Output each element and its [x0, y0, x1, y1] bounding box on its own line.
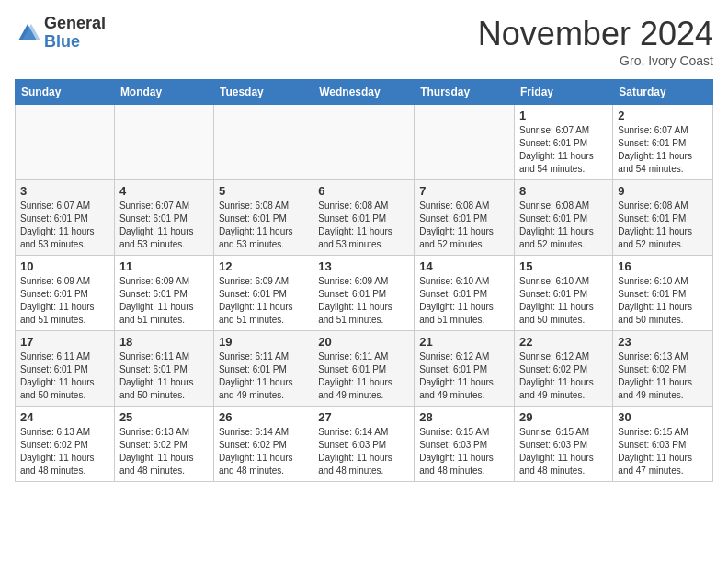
day-info: Sunrise: 6:14 AM Sunset: 6:03 PM Dayligh… [318, 426, 409, 477]
day-info: Sunrise: 6:13 AM Sunset: 6:02 PM Dayligh… [618, 350, 708, 402]
day-info: Sunrise: 6:15 AM Sunset: 6:03 PM Dayligh… [519, 426, 608, 477]
calendar-day-cell: 18Sunrise: 6:11 AM Sunset: 6:01 PM Dayli… [114, 331, 213, 407]
calendar-day-cell: 17Sunrise: 6:11 AM Sunset: 6:01 PM Dayli… [16, 331, 115, 407]
day-info: Sunrise: 6:13 AM Sunset: 6:02 PM Dayligh… [20, 426, 109, 477]
logo-blue: Blue [44, 33, 106, 52]
weekday-header-row: SundayMondayTuesdayWednesdayThursdayFrid… [16, 80, 713, 105]
day-number: 23 [618, 335, 708, 349]
calendar-day-cell: 27Sunrise: 6:14 AM Sunset: 6:03 PM Dayli… [313, 407, 415, 482]
day-info: Sunrise: 6:10 AM Sunset: 6:01 PM Dayligh… [519, 275, 608, 327]
calendar-day-cell: 26Sunrise: 6:14 AM Sunset: 6:02 PM Dayli… [213, 407, 313, 482]
day-info: Sunrise: 6:09 AM Sunset: 6:01 PM Dayligh… [119, 275, 209, 327]
calendar-day-cell: 24Sunrise: 6:13 AM Sunset: 6:02 PM Dayli… [16, 407, 115, 482]
calendar-week-row: 1Sunrise: 6:07 AM Sunset: 6:01 PM Daylig… [16, 105, 713, 180]
day-number: 30 [618, 410, 708, 424]
calendar-week-row: 17Sunrise: 6:11 AM Sunset: 6:01 PM Dayli… [16, 331, 713, 407]
calendar-day-cell: 20Sunrise: 6:11 AM Sunset: 6:01 PM Dayli… [313, 331, 415, 407]
calendar-day-cell: 16Sunrise: 6:10 AM Sunset: 6:01 PM Dayli… [613, 256, 713, 331]
calendar-day-cell: 29Sunrise: 6:15 AM Sunset: 6:03 PM Dayli… [515, 407, 613, 482]
day-info: Sunrise: 6:07 AM Sunset: 6:01 PM Dayligh… [519, 124, 608, 176]
day-number: 17 [20, 335, 109, 349]
calendar-day-cell: 28Sunrise: 6:15 AM Sunset: 6:03 PM Dayli… [415, 407, 515, 482]
calendar-day-cell: 19Sunrise: 6:11 AM Sunset: 6:01 PM Dayli… [213, 331, 313, 407]
calendar-day-cell: 6Sunrise: 6:08 AM Sunset: 6:01 PM Daylig… [313, 180, 415, 256]
day-number: 10 [20, 259, 109, 273]
day-number: 6 [318, 184, 409, 198]
day-info: Sunrise: 6:07 AM Sunset: 6:01 PM Dayligh… [119, 200, 209, 251]
weekday-header: Monday [114, 80, 213, 105]
day-info: Sunrise: 6:08 AM Sunset: 6:01 PM Dayligh… [519, 200, 608, 251]
day-info: Sunrise: 6:07 AM Sunset: 6:01 PM Dayligh… [20, 200, 109, 251]
day-info: Sunrise: 6:15 AM Sunset: 6:03 PM Dayligh… [618, 426, 708, 477]
weekday-header: Tuesday [213, 80, 313, 105]
day-info: Sunrise: 6:15 AM Sunset: 6:03 PM Dayligh… [419, 426, 509, 477]
calendar-day-cell: 8Sunrise: 6:08 AM Sunset: 6:01 PM Daylig… [515, 180, 613, 256]
calendar-day-cell: 22Sunrise: 6:12 AM Sunset: 6:02 PM Dayli… [515, 331, 613, 407]
calendar-day-cell: 25Sunrise: 6:13 AM Sunset: 6:02 PM Dayli… [114, 407, 213, 482]
day-number: 14 [419, 259, 509, 273]
day-info: Sunrise: 6:09 AM Sunset: 6:01 PM Dayligh… [318, 275, 409, 327]
day-number: 5 [219, 184, 308, 198]
day-number: 12 [219, 259, 308, 273]
calendar-day-cell: 21Sunrise: 6:12 AM Sunset: 6:01 PM Dayli… [415, 331, 515, 407]
weekday-header: Saturday [613, 80, 713, 105]
calendar-day-cell: 5Sunrise: 6:08 AM Sunset: 6:01 PM Daylig… [213, 180, 313, 256]
day-info: Sunrise: 6:09 AM Sunset: 6:01 PM Dayligh… [219, 275, 308, 327]
day-number: 24 [20, 410, 109, 424]
day-info: Sunrise: 6:10 AM Sunset: 6:01 PM Dayligh… [419, 275, 509, 327]
day-number: 29 [519, 410, 608, 424]
calendar-day-cell [16, 105, 115, 180]
day-number: 27 [318, 410, 409, 424]
title-block: November 2024 Gro, Ivory Coast [478, 15, 713, 68]
calendar-day-cell [213, 105, 313, 180]
calendar-day-cell: 13Sunrise: 6:09 AM Sunset: 6:01 PM Dayli… [313, 256, 415, 331]
day-number: 22 [519, 335, 608, 349]
calendar-day-cell: 30Sunrise: 6:15 AM Sunset: 6:03 PM Dayli… [613, 407, 713, 482]
day-number: 2 [618, 109, 708, 122]
day-info: Sunrise: 6:10 AM Sunset: 6:01 PM Dayligh… [618, 275, 708, 327]
day-number: 28 [419, 410, 509, 424]
day-info: Sunrise: 6:11 AM Sunset: 6:01 PM Dayligh… [219, 350, 308, 402]
weekday-header: Friday [515, 80, 613, 105]
calendar-day-cell: 11Sunrise: 6:09 AM Sunset: 6:01 PM Dayli… [114, 256, 213, 331]
day-number: 26 [219, 410, 308, 424]
location: Gro, Ivory Coast [478, 53, 713, 68]
calendar-day-cell: 23Sunrise: 6:13 AM Sunset: 6:02 PM Dayli… [613, 331, 713, 407]
day-info: Sunrise: 6:08 AM Sunset: 6:01 PM Dayligh… [419, 200, 509, 251]
day-number: 7 [419, 184, 509, 198]
logo-icon [15, 20, 40, 46]
day-info: Sunrise: 6:09 AM Sunset: 6:01 PM Dayligh… [20, 275, 109, 327]
calendar-day-cell: 15Sunrise: 6:10 AM Sunset: 6:01 PM Dayli… [515, 256, 613, 331]
day-info: Sunrise: 6:13 AM Sunset: 6:02 PM Dayligh… [119, 426, 209, 477]
day-info: Sunrise: 6:08 AM Sunset: 6:01 PM Dayligh… [318, 200, 409, 251]
day-number: 18 [119, 335, 209, 349]
day-number: 25 [119, 410, 209, 424]
calendar-day-cell: 3Sunrise: 6:07 AM Sunset: 6:01 PM Daylig… [16, 180, 115, 256]
day-number: 20 [318, 335, 409, 349]
day-number: 4 [119, 184, 209, 198]
page-header: General Blue November 2024 Gro, Ivory Co… [15, 15, 713, 68]
day-number: 9 [618, 184, 708, 198]
calendar-day-cell: 14Sunrise: 6:10 AM Sunset: 6:01 PM Dayli… [415, 256, 515, 331]
month-title: November 2024 [478, 15, 713, 53]
day-number: 19 [219, 335, 308, 349]
calendar-day-cell: 12Sunrise: 6:09 AM Sunset: 6:01 PM Dayli… [213, 256, 313, 331]
day-info: Sunrise: 6:08 AM Sunset: 6:01 PM Dayligh… [618, 200, 708, 251]
day-number: 1 [519, 109, 608, 122]
calendar-week-row: 24Sunrise: 6:13 AM Sunset: 6:02 PM Dayli… [16, 407, 713, 482]
weekday-header: Wednesday [313, 80, 415, 105]
calendar-week-row: 3Sunrise: 6:07 AM Sunset: 6:01 PM Daylig… [16, 180, 713, 256]
day-number: 21 [419, 335, 509, 349]
calendar-day-cell [313, 105, 415, 180]
calendar-day-cell: 10Sunrise: 6:09 AM Sunset: 6:01 PM Dayli… [16, 256, 115, 331]
day-number: 16 [618, 259, 708, 273]
day-number: 15 [519, 259, 608, 273]
weekday-header: Sunday [16, 80, 115, 105]
day-info: Sunrise: 6:12 AM Sunset: 6:02 PM Dayligh… [519, 350, 608, 402]
calendar-day-cell: 4Sunrise: 6:07 AM Sunset: 6:01 PM Daylig… [114, 180, 213, 256]
weekday-header: Thursday [415, 80, 515, 105]
calendar-week-row: 10Sunrise: 6:09 AM Sunset: 6:01 PM Dayli… [16, 256, 713, 331]
day-info: Sunrise: 6:11 AM Sunset: 6:01 PM Dayligh… [318, 350, 409, 402]
calendar-day-cell: 2Sunrise: 6:07 AM Sunset: 6:01 PM Daylig… [613, 105, 713, 180]
calendar-day-cell [114, 105, 213, 180]
